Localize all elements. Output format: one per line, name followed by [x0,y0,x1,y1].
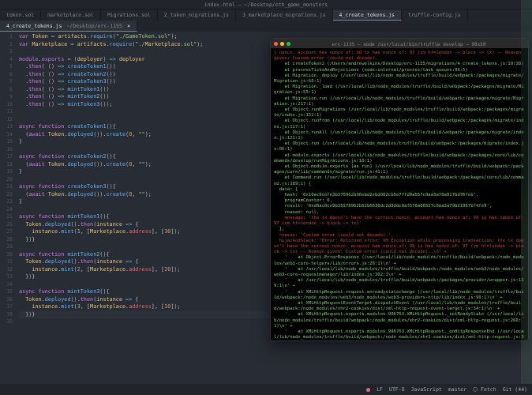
line-number: 7 [2,78,13,86]
line-number: 27 [2,228,13,236]
line-number: 33 [2,273,13,281]
tab-2-token-migrations-js[interactable]: 2_token_migrations.js [158,9,236,21]
line-number: 18 [2,161,13,169]
line-number: 14 [2,131,13,139]
line-number: 19 [2,168,13,176]
line-number: 30 [2,251,13,259]
line-number: 26 [2,221,13,229]
desktop-background-edge [521,0,532,395]
terminal-line: data: { [274,186,525,192]
terminal-title: erc-1155 — node /usr/local/bin/truffle d… [293,41,525,47]
terminal-line: at Migration._deploy (/usr/local/lib/nod… [274,73,525,84]
terminal-line: ' at /usr/local/lib/node_modules/truffle… [274,266,525,277]
line-number: 28 [2,236,13,244]
tab-bar-primary: token.solmarketplace.solMigrations.sol2_… [0,9,532,21]
tab-3-marketplace-migrations-js[interactable]: 3_marketplace_migrations.js [236,9,333,21]
terminal-line: ' at XMLHttpRequest.exports.modules.9967… [274,311,525,329]
line-number: 31 [2,258,13,266]
line-number: 25 [2,213,13,221]
terminal-window[interactable]: erc-1155 — node /usr/local/bin/truffle d… [270,38,529,341]
close-icon[interactable] [274,42,278,46]
tab-4-create-tokens-js[interactable]: 4_create_tokens.js [333,9,402,21]
terminal-line: at Migration.run (/usr/local/lib/node_mo… [274,96,525,107]
line-number: 2 [2,41,13,49]
line-number: 32 [2,266,13,274]
terminal-line: at Command.run (/usr/local/lib/node_modu… [274,175,525,186]
terminal-line: ' at Object.ErrorResponse (/usr/local/li… [274,254,525,265]
line-number: 37 [2,303,13,311]
line-number: 15 [2,138,13,146]
status-item[interactable]: ⬡ Fetch [473,386,496,393]
line-number: 34 [2,281,13,289]
line-number: 8 [2,86,13,94]
terminal-line: at Object.runMigrations (/usr/local/lib/… [274,107,525,118]
terminal-line: hash: '0x10ac9cefe3b378962b98ebd2ebd882c… [274,192,525,198]
window-title: index.html — ~/Desktop/eth_game_monsters [204,2,328,8]
terminal-line: }, [274,226,525,231]
tab-truffle-config-js[interactable]: truffle-config.js [402,9,468,21]
terminal-line: ' at XMLHttpRequest.exports.modules.9967… [274,329,525,340]
status-item[interactable]: Git (44) [503,386,527,393]
tab-marketplace-sol[interactable]: marketplace.sol [41,9,101,21]
terminal-line: message: 'the tx doesn't have the correc… [274,215,525,226]
terminal-line: at Migration._load (/usr/local/lib/node_… [274,84,525,95]
terminal-line: reason: 'Custom error (could not decode)… [274,232,525,238]
terminal-line: t nonce. account has nonce of: 98 tx has… [274,50,525,61]
status-item[interactable]: LF [377,386,383,393]
terminal-line: programCounter: 0, [274,198,525,203]
status-item[interactable]: UTF-8 [389,386,405,393]
terminal-line: ' at XMLHttpRequest.request.onreadystate… [274,289,525,300]
line-number: 13 [2,123,13,131]
terminal-line: hijackedStack: "Error: Returned error: V… [274,238,525,255]
status-item[interactable]: master [448,386,466,393]
line-number: 38 [2,311,13,319]
terminal-output[interactable]: t nonce. account has nonce of: 98 tx has… [271,48,528,340]
close-tab-icon[interactable]: × [127,23,130,29]
line-number: 1 [2,33,13,41]
terminal-line: ' at XMLHttpRequestEventTarget.dispatchE… [274,300,525,311]
terminal-line: result: '0xd6ac0ce9b35378962b52b6830dc2d… [274,203,525,209]
status-indicator-icon [366,388,370,392]
terminal-line: at Object.runAll (/usr/local/lib/node_mo… [274,130,525,141]
terminal-line: ' at /usr/local/lib/node_modules/truffle… [274,277,525,288]
line-number: 21 [2,183,13,191]
status-bar: LFUTF-8JavaScriptmaster⬡ FetchGit (44) [0,384,532,395]
status-item[interactable]: JavaScript [411,386,442,393]
line-number: 39 [2,318,13,326]
terminal-line: at Object.module.exports [as run] (/usr/… [274,164,525,175]
line-number: 4 [2,56,13,64]
line-number: 3 [2,48,13,56]
tab-token-sol[interactable]: token.sol [0,9,41,21]
line-number: 6 [2,71,13,79]
line-number: 23 [2,198,13,206]
line-number: 29 [2,243,13,251]
line-number: 11 [2,108,13,116]
line-number: 10 [2,101,13,109]
line-number: 22 [2,191,13,199]
tab-bar-secondary: 4_create_tokens.js~/Desktop/erc-1155× [0,21,532,32]
line-number: 20 [2,176,13,184]
line-number: 9 [2,93,13,101]
terminal-line: at Object.runFrom (/usr/local/lib/node_m… [274,118,525,129]
line-number: 5 [2,63,13,71]
secondary-tab[interactable]: 4_create_tokens.js~/Desktop/erc-1155× [0,21,137,32]
terminal-line: at Object.run (/usr/local/lib/node_modul… [274,141,525,152]
terminal-line: at module.exports (/usr/local/lib/node_m… [274,152,525,164]
tab-migrations-sol[interactable]: Migrations.sol [101,9,158,21]
terminal-line: at processTicksAndRejections (node:inter… [274,67,525,73]
line-number: 35 [2,288,13,296]
minimize-icon[interactable] [280,42,284,46]
line-number: 24 [2,206,13,214]
terminal-line: reason: null, [274,209,525,215]
window-title-bar: index.html — ~/Desktop/eth_game_monsters [0,0,532,9]
line-number: 12 [2,116,13,124]
line-number: 17 [2,153,13,161]
line-number: 36 [2,296,13,304]
line-number-gutter: 1234567891011121314151617181920212223242… [0,32,16,395]
terminal-titlebar[interactable]: erc-1155 — node /usr/local/bin/truffle d… [271,39,528,48]
maximize-icon[interactable] [287,42,290,46]
terminal-line: at createToken2 (/Users/andrewelkins/Des… [274,61,525,66]
line-number: 16 [2,146,13,154]
